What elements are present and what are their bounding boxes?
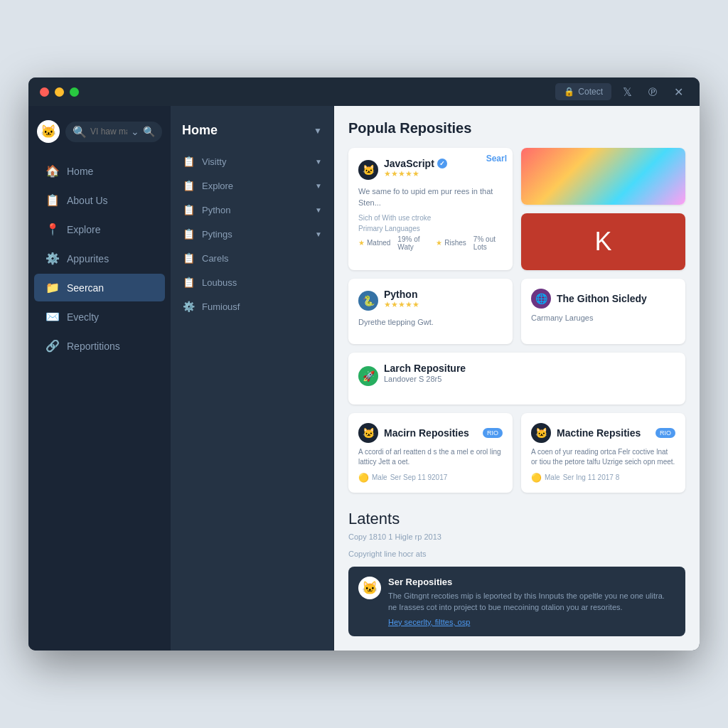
k-letter: K [594,227,611,257]
visitty-chevron-icon: ▼ [315,158,322,166]
reportitions-icon: 🔗 [46,339,60,353]
voice-search-button[interactable]: ⌄ [131,126,139,137]
panel-chevron-icon: ▼ [314,126,322,136]
js-desc: We same fo to upid em pur rees in that S… [358,186,503,208]
machine-name-1: Macirn Reposities [384,427,469,439]
sidebar-item-seercan-label: Seercan [67,282,104,294]
panel-item-pytings-label: Pytings [202,229,232,240]
panel-item-python-label: Python [202,205,230,215]
python-card-header: 🐍 Python ★★★★★ [358,289,503,313]
sidebar-search-area: 🐱 🔍 ⌄ 🔍 [28,114,171,149]
search-submit-icon: 🔍 [143,126,155,137]
latents-meta1: Copy 1810 1 Higle rp 2013 [348,532,685,541]
society-avatar: 🌐 [531,289,551,309]
panel-item-visitty[interactable]: 📋 Visitty ▼ [171,149,333,173]
latents-title: Latents [348,510,685,528]
stat1-label: Matned [367,239,390,247]
machine-metalabel-1: Male [372,473,387,481]
launch-meta: Landover S 28r5 [384,374,466,385]
connect-button[interactable]: 🔒 Cotect [555,83,611,100]
notification-title: Ser Reposities [388,577,675,587]
flag-icon-2: 🟡 [531,473,542,483]
sidebar-item-reportitions[interactable]: 🔗 Reportitions [34,332,165,360]
js-avatar: 🐱 [358,160,378,180]
sidebar-item-explore[interactable]: 📍 Explore [34,215,165,243]
submit-search-button[interactable]: 🔍 [143,126,155,137]
middle-panel: Home ▼ 📋 Visitty ▼ 📋 Explore ▼ 📋 [171,106,334,651]
latents-section: Latents Copy 1810 1 Higle rp 2013 Copyri… [348,510,685,636]
launch-repo-card: 🚀 Larch Repositure Landover S 28r5 [348,353,685,405]
machine-header-1: 🐱 Macirn Reposities RIO [358,423,503,443]
notification-avatar: 🐱 [358,577,381,599]
machine-title-row-1: 🐱 Macirn Reposities [358,423,469,443]
red-image: K [521,213,685,270]
stat2-val: 7% out Lots [473,235,503,251]
carels-icon: 📋 [182,252,195,264]
panel-item-loubuss[interactable]: 📋 Loubuss [171,270,333,294]
machine-name-2: Mactine Repsities [557,427,641,439]
search-icon: 🔍 [73,125,87,139]
close-button[interactable]: ✕ [668,82,688,102]
panel-item-fumiousf-label: Fumiousf [202,301,240,312]
close-icon: ✕ [674,85,683,99]
panel-item-carels[interactable]: 📋 Carels [171,246,333,270]
home-icon: 🏠 [46,164,60,178]
machine-desc-2: A coen of yur reading ortca Felr coctive… [531,447,675,467]
panel-item-fumiousf[interactable]: ⚙️ Fumiousf [171,294,333,318]
panel-item-loubuss-label: Loubuss [202,277,237,288]
about-icon: 📋 [46,193,60,207]
sidebar-item-eveclty[interactable]: ✉️ Eveclty [34,303,165,331]
panel-item-explore-label: Explore [202,181,233,191]
machine-metadate-1: Ser Sep 11 92017 [390,473,448,481]
sidebar-item-reportitions-label: Reportitions [67,341,120,352]
search-input[interactable] [90,127,127,136]
sidebar-item-about-label: About Us [67,195,108,206]
panel-explore-icon: 📋 [182,180,195,191]
titlebar-actions: 🔒 Cotect 𝕏 ℗ ✕ [555,82,688,102]
stat1-val: 19% of Waty [397,235,429,251]
panel-item-pytings[interactable]: 📋 Pytings ▼ [171,222,333,246]
js-stats: ★ Matned 19% of Waty ★ Rishes 7% out Lot… [358,235,503,251]
machine-meta-1: 🟡 Male Ser Sep 11 92017 [358,473,503,483]
star-icon-2: ★ [436,239,442,247]
python-name: Python [384,289,419,300]
minimize-traffic-light[interactable] [55,87,64,97]
panel-item-python[interactable]: 📋 Python ▼ [171,198,333,222]
connect-label: Cotect [578,87,603,97]
python-stars: ★★★★★ [384,300,419,309]
close-traffic-light[interactable] [40,87,49,97]
flag-icon-1: 🟡 [358,473,369,483]
panel-item-explore[interactable]: 📋 Explore ▼ [171,173,333,198]
verified-icon: ✓ [437,159,447,168]
fumiousf-icon: ⚙️ [182,301,195,312]
twitter-button[interactable]: 𝕏 [617,82,637,102]
js-meta: Sich of With use ctroke [358,214,503,222]
machine-badge-1: RIO [483,428,503,438]
pytings-chevron-icon: ▼ [315,230,322,238]
machine-desc-1: A ccordi of arl reatten d s the a mel e … [358,447,503,467]
stat2-label: Rishes [444,239,466,247]
colorful-image [521,148,685,205]
machine-avatar-2: 🐱 [531,423,551,443]
sidebar-item-eveclty-label: Eveclty [67,311,99,323]
panel-header: Home ▼ [171,117,333,149]
sidebar-item-explore-label: Explore [67,224,100,235]
explore-icon: 📍 [46,223,60,236]
machine-meta-2: 🟡 Male Ser Ing 11 2017 8 [531,473,675,483]
maximize-traffic-light[interactable] [70,87,79,97]
sidebar-nav: 🏠 Home 📋 About Us 📍 Explore ⚙️ Appurites… [28,156,171,642]
notification-text: The Gitngnt recoties mip is leported by … [388,590,675,614]
society-desc: Carmany Laruges [531,313,675,323]
python-icon: 📋 [182,204,195,215]
launch-name: Larch Repositure [384,363,466,374]
javascript-repo-card: Searl 🐱 JavaScript ✓ ★★★★★ We same fo to… [348,148,513,270]
sidebar-item-seercan[interactable]: 📁 Seercan [34,274,165,301]
notification-link[interactable]: Hey secerlty, filttes, osp [388,618,675,626]
pinterest-button[interactable]: ℗ [643,82,663,102]
js-name-text: JavaScript [384,158,434,169]
js-repo-name: JavaScript ✓ [384,158,447,169]
sidebar-item-appurites[interactable]: ⚙️ Appurites [34,245,165,272]
notification-content: Ser Reposities The Gitngnt recoties mip … [388,577,675,626]
sidebar-item-home[interactable]: 🏠 Home [34,157,165,185]
sidebar-item-about[interactable]: 📋 About Us [34,186,165,214]
